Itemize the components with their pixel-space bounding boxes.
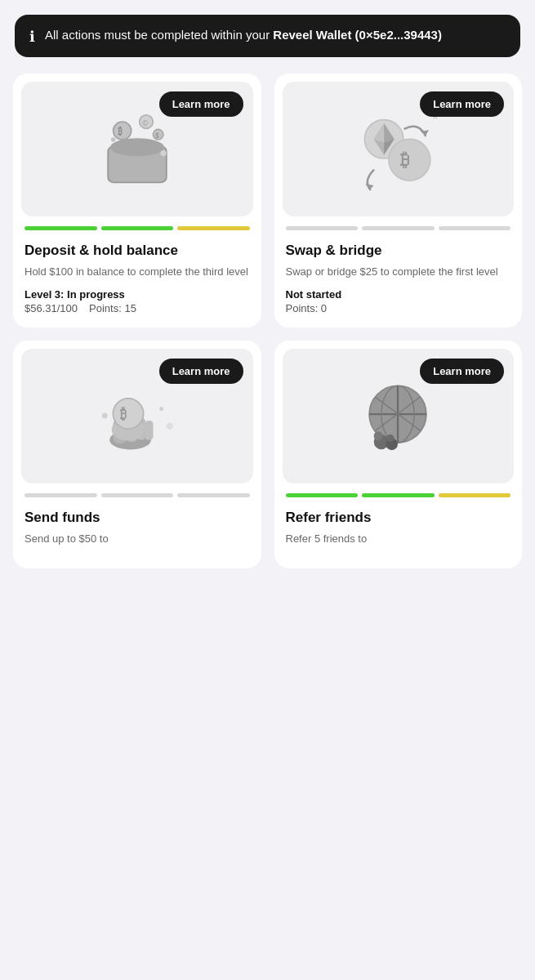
- wallet-banner: ℹ All actions must be completed within y…: [15, 15, 520, 57]
- refer-progress-bar-1: [286, 493, 359, 497]
- deposit-points: Points: 15: [89, 302, 136, 314]
- info-icon: ℹ: [29, 28, 35, 46]
- card-send-image: Learn more ₿: [21, 349, 253, 483]
- progress-bar-2: [101, 226, 174, 230]
- svg-text:₿: ₿: [120, 408, 127, 423]
- deposit-desc: Hold $100 in balance to complete the thi…: [25, 265, 250, 280]
- card-swap-image: Learn more ₿ ×: [283, 82, 515, 216]
- svg-text:₿: ₿: [118, 126, 123, 136]
- send-title: Send funds: [25, 509, 250, 527]
- send-progress-bar-2: [101, 493, 174, 497]
- send-illustration: ₿: [92, 371, 182, 461]
- deposit-progress-value: $56.31/100: [25, 302, 78, 314]
- svg-rect-25: [145, 421, 153, 440]
- svg-point-41: [387, 434, 395, 442]
- refer-progress-bar-2: [362, 493, 435, 497]
- send-card-content: Send funds Send up to $50 to: [13, 501, 261, 568]
- deposit-status: Level 3: In progress: [25, 288, 250, 301]
- refer-title: Refer friends: [286, 509, 511, 527]
- svg-marker-19: [365, 184, 373, 189]
- card-refer-image: Learn more: [283, 349, 515, 483]
- learn-more-deposit-button[interactable]: Learn more: [159, 91, 243, 117]
- deposit-title: Deposit & hold balance: [25, 242, 250, 260]
- swap-progress-bar-2: [362, 226, 435, 230]
- progress-bar-3: [177, 226, 250, 230]
- banner-text: All actions must be completed within you…: [45, 26, 442, 44]
- card-deposit: Learn more ₿ © $: [13, 74, 261, 327]
- svg-text:₿: ₿: [400, 149, 409, 170]
- svg-point-29: [102, 413, 108, 419]
- swap-progress-bar-3: [439, 226, 511, 230]
- swap-illustration: ₿ ×: [353, 105, 443, 194]
- card-send: Learn more ₿: [13, 341, 261, 568]
- refer-progress-bar-3: [439, 493, 511, 497]
- svg-point-31: [166, 423, 172, 430]
- refer-desc: Refer 5 friends to: [286, 532, 511, 547]
- swap-card-content: Swap & bridge Swap or bridge $25 to comp…: [274, 234, 523, 327]
- svg-text:©: ©: [142, 118, 148, 127]
- refer-card-content: Refer friends Refer 5 friends to: [274, 501, 523, 568]
- card-refer: Learn more: [274, 341, 523, 568]
- refer-illustration: [353, 371, 443, 461]
- deposit-card-content: Deposit & hold balance Hold $100 in bala…: [13, 234, 261, 327]
- swap-meta: Points: 0: [286, 302, 511, 314]
- svg-point-30: [159, 407, 163, 411]
- swap-progress-bars: [274, 216, 523, 234]
- send-progress-bar-1: [25, 493, 97, 497]
- swap-points: Points: 0: [286, 302, 328, 314]
- send-progress-bars: [13, 483, 261, 501]
- learn-more-refer-button[interactable]: Learn more: [420, 359, 504, 384]
- send-desc: Send up to $50 to: [25, 532, 250, 547]
- svg-point-27: [113, 399, 143, 429]
- learn-more-swap-button[interactable]: Learn more: [420, 91, 504, 117]
- swap-progress-bar-1: [286, 226, 359, 230]
- send-progress-bar-3: [177, 493, 250, 497]
- card-swap: Learn more ₿ ×: [274, 74, 523, 327]
- refer-progress-bars: [274, 483, 523, 501]
- svg-point-2: [110, 138, 164, 156]
- learn-more-send-button[interactable]: Learn more: [159, 359, 243, 384]
- progress-bar-1: [25, 226, 97, 230]
- swap-status: Not started: [286, 288, 511, 301]
- svg-point-9: [111, 137, 116, 142]
- svg-point-16: [389, 139, 430, 180]
- svg-text:$: $: [155, 132, 159, 140]
- deposit-progress-bars: [13, 216, 261, 234]
- deposit-meta: $56.31/100 Points: 15: [25, 302, 250, 314]
- cards-grid: Learn more ₿ © $: [0, 57, 535, 585]
- card-deposit-image: Learn more ₿ © $: [21, 82, 253, 216]
- swap-desc: Swap or bridge $25 to complete the first…: [286, 265, 511, 280]
- deposit-illustration: ₿ © $: [92, 105, 182, 194]
- svg-point-39: [374, 432, 383, 441]
- svg-point-10: [160, 149, 166, 155]
- swap-title: Swap & bridge: [286, 242, 511, 260]
